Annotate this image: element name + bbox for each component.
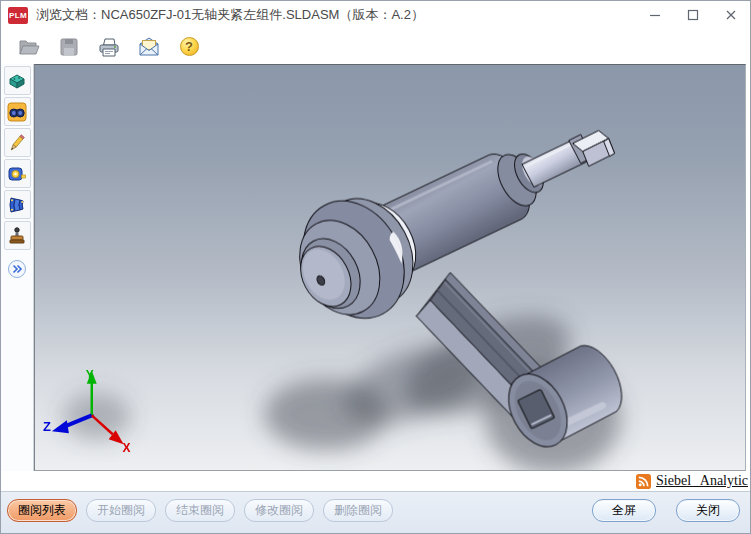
help-button[interactable]: ? xyxy=(175,33,203,61)
save-button[interactable] xyxy=(55,33,83,61)
watermark-link[interactable]: Siebel Analytic xyxy=(636,473,748,489)
pages-icon xyxy=(7,195,27,215)
status-strip: Siebel Analytic xyxy=(1,471,750,491)
print-icon xyxy=(97,35,121,59)
sidebar-expand-button[interactable] xyxy=(4,256,31,282)
triad-z-label: Z xyxy=(43,419,51,434)
email-icon xyxy=(137,35,161,59)
window-title: 浏览文档：NCA650ZFJ-01无轴夹紧左组件.SLDASM（版本：A.2） xyxy=(36,6,424,24)
open-button[interactable] xyxy=(15,33,43,61)
triad-x-label: X xyxy=(123,441,131,455)
print-button[interactable] xyxy=(95,33,123,61)
3d-viewport[interactable]: Y Z X xyxy=(34,64,746,471)
binoculars-icon xyxy=(7,102,27,122)
model-cube-icon xyxy=(7,71,27,91)
tool-sidebar xyxy=(1,64,34,471)
modify-review-button[interactable]: 修改圈阅 xyxy=(244,499,314,522)
open-folder-icon xyxy=(17,35,41,59)
footer-bar: 圈阅列表 开始圈阅 结束圈阅 修改圈阅 删除圈阅 全屏 关闭 xyxy=(1,491,750,533)
sidebar-item-find[interactable] xyxy=(4,97,31,126)
watermark-text: Siebel Analytic xyxy=(656,473,748,489)
pencil-icon xyxy=(7,133,27,153)
review-list-button[interactable]: 圈阅列表 xyxy=(7,499,77,522)
minimize-button[interactable] xyxy=(636,1,674,29)
sidebar-item-views[interactable] xyxy=(4,190,31,219)
minimize-icon xyxy=(649,9,661,21)
fullscreen-button[interactable]: 全屏 xyxy=(592,499,656,522)
close-button[interactable] xyxy=(712,1,750,29)
start-review-button[interactable]: 开始圈阅 xyxy=(86,499,156,522)
sidebar-item-measure[interactable] xyxy=(4,159,31,188)
viewer-window: PLM 浏览文档：NCA650ZFJ-01无轴夹紧左组件.SLDASM（版本：A… xyxy=(0,0,751,534)
triad-y-label: Y xyxy=(86,368,94,382)
3d-model-crank-assembly: Y Z X xyxy=(35,65,745,470)
tape-measure-icon xyxy=(7,164,27,184)
end-review-button[interactable]: 结束圈阅 xyxy=(165,499,235,522)
email-button[interactable] xyxy=(135,33,163,61)
title-bar: PLM 浏览文档：NCA650ZFJ-01无轴夹紧左组件.SLDASM（版本：A… xyxy=(1,1,750,29)
maximize-icon xyxy=(687,9,699,21)
sidebar-item-markup[interactable] xyxy=(4,128,31,157)
maximize-button[interactable] xyxy=(674,1,712,29)
help-icon: ? xyxy=(180,37,199,56)
rss-icon xyxy=(636,474,651,489)
stamp-icon xyxy=(7,226,27,246)
sidebar-item-stamp[interactable] xyxy=(4,221,31,250)
delete-review-button[interactable]: 删除圈阅 xyxy=(323,499,393,522)
chevron-double-right-icon xyxy=(7,259,27,279)
sidebar-item-model-view[interactable] xyxy=(4,66,31,95)
toolbar: ? xyxy=(1,29,750,64)
save-icon xyxy=(57,35,81,59)
plm-app-icon: PLM xyxy=(8,7,28,24)
close-icon xyxy=(725,9,737,21)
close-viewer-button[interactable]: 关闭 xyxy=(676,499,740,522)
